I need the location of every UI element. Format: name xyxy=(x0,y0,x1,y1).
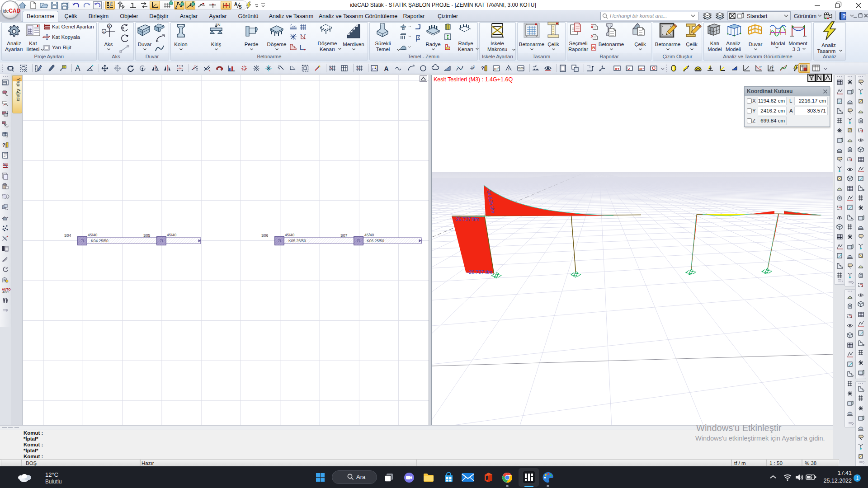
svg-text:K05 25/50: K05 25/50 xyxy=(288,239,306,243)
svg-text:K06 25/50: K06 25/50 xyxy=(367,239,384,243)
svg-text:1: 1 xyxy=(856,475,859,481)
svg-text:3P: 3P xyxy=(639,67,644,71)
svg-text:?|: ?| xyxy=(2,142,7,148)
svg-text:-26.737 tfm: -26.737 tfm xyxy=(454,216,479,222)
svg-text:A: A xyxy=(234,2,237,7)
svg-text:45/40: 45/40 xyxy=(285,233,295,237)
svg-text:45/40: 45/40 xyxy=(364,233,374,237)
svg-text:A: A xyxy=(108,24,111,28)
svg-text:-26.737 tfm: -26.737 tfm xyxy=(467,269,492,275)
svg-text:2: 2 xyxy=(473,65,475,68)
svg-text:XY: XY xyxy=(615,67,620,71)
svg-text:S06: S06 xyxy=(261,233,268,238)
svg-text:?: ? xyxy=(508,68,509,71)
svg-text:K04 25/50: K04 25/50 xyxy=(91,239,108,243)
svg-text:45/40: 45/40 xyxy=(88,233,98,237)
svg-text:S04: S04 xyxy=(64,233,71,238)
svg-text:?: ? xyxy=(842,13,846,19)
svg-text:2: 2 xyxy=(772,65,774,68)
svg-text:N: N xyxy=(217,23,221,27)
svg-text:m²: m² xyxy=(494,66,499,71)
svg-text:P: P xyxy=(760,66,762,69)
svg-text:mm²: mm² xyxy=(518,66,524,70)
svg-text:Z: Z xyxy=(628,67,630,71)
svg-text:A: A xyxy=(384,65,389,72)
svg-text:ABC: ABC xyxy=(2,291,9,294)
svg-text:S05: S05 xyxy=(143,233,150,238)
svg-text:Kesit Tesirleri (M3) : 1.4G+1.: Kesit Tesirleri (M3) : 1.4G+1.6Q xyxy=(434,76,513,83)
svg-text:1: 1 xyxy=(103,30,105,34)
svg-text:S07: S07 xyxy=(340,233,347,238)
svg-text:?|: ?| xyxy=(481,66,486,71)
svg-text:S: S xyxy=(239,5,242,9)
svg-text:45/40: 45/40 xyxy=(167,233,177,237)
